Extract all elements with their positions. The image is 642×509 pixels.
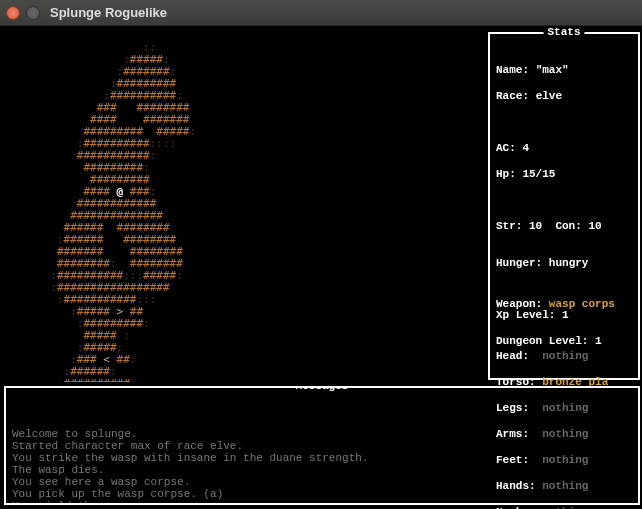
message-line: You strike the wasp with insane in the d… [12, 452, 632, 464]
window-title: Splunge Roguelike [50, 5, 167, 20]
race-value: elve [536, 90, 562, 102]
message-line: You see here a wasp corpse. [12, 476, 632, 488]
dlvl-label: Dungeon Level: [496, 335, 588, 347]
str-label: Str: [496, 220, 522, 232]
message-line: You pick up the wasp corpse. (a) [12, 488, 632, 500]
str-value: 10 [529, 220, 542, 232]
hunger-value: hungry [549, 257, 589, 269]
dlvl-value: 1 [595, 335, 602, 347]
xp-label: Xp Level: [496, 309, 555, 321]
stats-panel: Stats Name: "max" Race: elve AC: 4 Hp: 1… [488, 32, 640, 380]
con-label: Con: [555, 220, 581, 232]
hp-value: 15/15 [522, 168, 555, 180]
hp-label: Hp: [496, 168, 516, 180]
message-line: You wield the wasp corpse. [12, 500, 632, 505]
name-value: "max" [536, 64, 569, 76]
ac-value: 4 [522, 142, 529, 154]
messages-header: Messages [292, 386, 353, 392]
window-titlebar: Splunge Roguelike [0, 0, 642, 26]
xp-value: 1 [562, 309, 569, 321]
message-line: The wasp dies. [12, 464, 632, 476]
race-label: Race: [496, 90, 529, 102]
ac-label: AC: [496, 142, 516, 154]
message-line: Started character max of race elve. [12, 440, 632, 452]
minimize-icon[interactable] [26, 6, 40, 20]
close-icon[interactable] [6, 6, 20, 20]
messages-panel: Messages Welcome to splunge.Started char… [4, 386, 640, 505]
game-viewport[interactable]: :: :#####: :#######: :######### :#######… [0, 26, 642, 509]
con-value: 10 [588, 220, 601, 232]
message-log: Welcome to splunge.Started character max… [12, 428, 632, 505]
name-label: Name: [496, 64, 529, 76]
dungeon-map[interactable]: :: :#####: :#######: :######### :#######… [4, 30, 484, 382]
message-line: Welcome to splunge. [12, 428, 632, 440]
hunger-label: Hunger: [496, 257, 542, 269]
stats-header: Stats [543, 26, 584, 39]
